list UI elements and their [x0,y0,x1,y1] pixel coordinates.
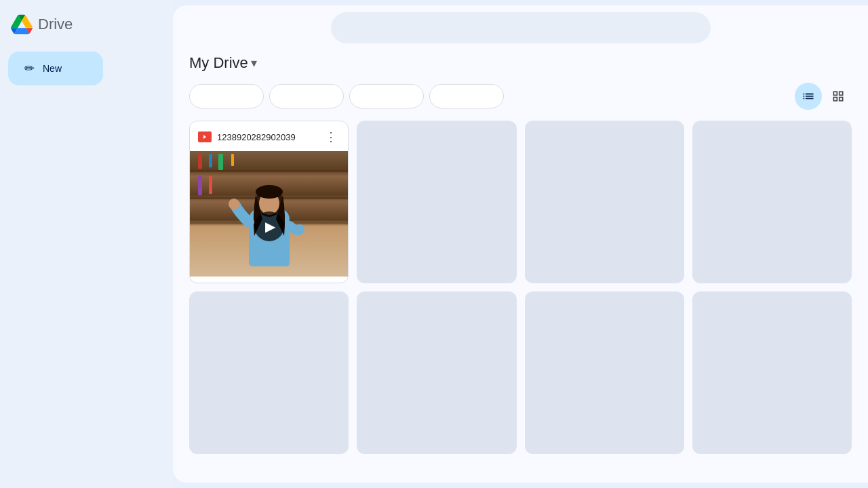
file-card-skeleton-8 [692,291,852,454]
filter-row [189,83,852,110]
file-type-icon [198,131,212,142]
file-thumbnail: ▶ [190,151,348,277]
file-grid-row2 [189,291,852,454]
svg-point-7 [229,199,239,209]
file-name: 1238920282902039 [217,132,296,142]
grid-view-button[interactable] [825,83,852,110]
file-card-header: 1238920282902039 ⋮ [190,121,348,151]
file-card-skeleton-5 [189,291,349,454]
play-overlay[interactable]: ▶ [254,211,284,241]
filter-chips [189,84,504,108]
main-content: My Drive ▾ [173,5,868,483]
filter-chip-3[interactable] [349,84,424,108]
view-toggles [795,83,852,110]
new-button-label: New [43,63,62,74]
new-button[interactable]: ✏ New [8,52,103,85]
filter-chip-2[interactable] [269,84,344,108]
top-bar [173,5,868,43]
play-icon: ▶ [265,218,275,235]
grid-view-icon [831,89,845,103]
file-grid-row1: 1238920282902039 ⋮ [189,121,852,283]
sidebar: Drive ✏ New [0,0,173,488]
filter-chip-4[interactable] [429,84,504,108]
chevron-down-icon[interactable]: ▾ [251,56,257,70]
page-header: My Drive ▾ [189,54,852,72]
content-area: My Drive ▾ [173,43,868,483]
svg-point-6 [256,185,283,199]
app-title: Drive [38,16,73,33]
file-card-skeleton-7 [525,291,684,454]
file-card-skeleton-3 [525,121,684,283]
file-card-skeleton-4 [692,121,852,283]
search-bar[interactable] [331,12,711,43]
app-logo-area: Drive [0,8,83,46]
pencil-icon: ✏ [24,61,35,76]
list-view-icon [802,89,815,103]
file-more-button[interactable]: ⋮ [322,128,340,146]
file-card-video[interactable]: 1238920282902039 ⋮ [189,121,349,283]
list-view-button[interactable] [795,83,822,110]
file-card-skeleton-2 [357,121,516,283]
file-title-row: 1238920282902039 [198,131,296,142]
file-card-skeleton-6 [357,291,516,454]
page-title: My Drive [189,54,248,72]
drive-logo-icon [11,14,33,35]
filter-chip-1[interactable] [189,84,264,108]
